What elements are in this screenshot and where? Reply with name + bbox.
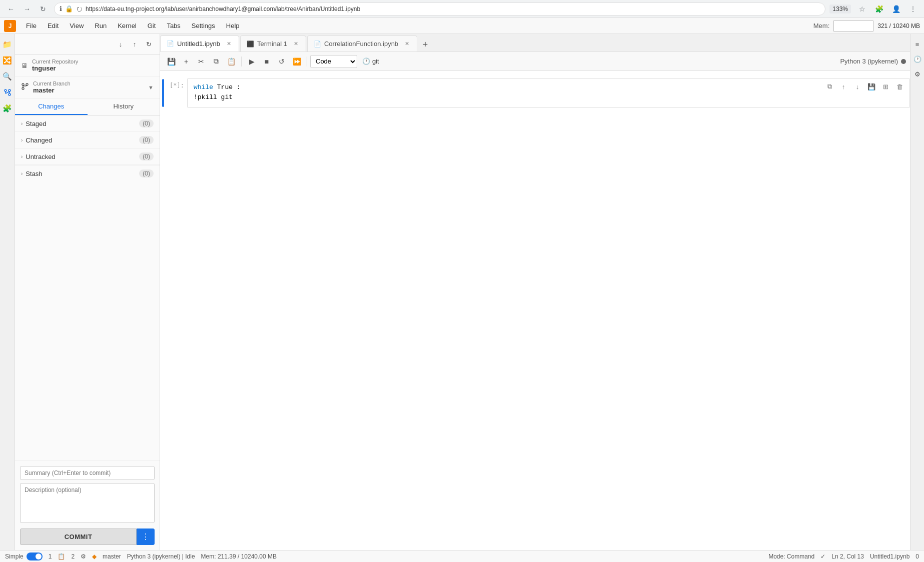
git-tabs: Changes History <box>15 98 160 116</box>
toolbar-cut-btn[interactable]: ✂ <box>194 54 208 68</box>
toolbar-paste-btn[interactable]: 📋 <box>224 54 238 68</box>
repo-label: Current Repository <box>32 58 78 64</box>
sidebar-icon-folder[interactable]: 📁 <box>1 38 14 51</box>
menu-button[interactable]: ⋮ <box>906 2 920 16</box>
git-pull-btn[interactable]: ↓ <box>115 38 127 50</box>
tab-terminal1[interactable]: ⬛ Terminal 1 ✕ <box>240 36 306 52</box>
menu-edit[interactable]: Edit <box>43 20 64 32</box>
toolbar-interrupt-btn[interactable]: ■ <box>260 54 274 68</box>
reload-button[interactable]: ↻ <box>36 2 50 16</box>
commit-summary-input[interactable] <box>20 466 155 480</box>
tab-label-untitled1: Untitled1.ipynb <box>177 40 220 48</box>
tab-untitled1[interactable]: 📄 Untitled1.ipynb ✕ <box>160 36 239 52</box>
kernel-label: Python 3 (ipykernel) <box>840 58 898 65</box>
tab-changes[interactable]: Changes <box>15 98 88 115</box>
cell-copy-btn[interactable]: ⧉ <box>823 80 835 92</box>
cell-move-down-btn[interactable]: ↓ <box>851 80 863 92</box>
staged-section: › Staged (0) <box>15 116 160 132</box>
toolbar-restart-run-btn[interactable]: ⏩ <box>290 54 304 68</box>
cell-indicator <box>162 79 164 107</box>
git-sections: › Staged (0) › Changed (0) › Untrack <box>15 116 160 460</box>
toolbar-copy-btn[interactable]: ⧉ <box>209 54 223 68</box>
repo-name: tnguser <box>32 64 78 72</box>
cell-split-btn[interactable]: ⊞ <box>879 80 891 92</box>
svg-point-1 <box>9 94 11 96</box>
toolbar-run-btn[interactable]: ▶ <box>245 54 259 68</box>
toggle-track[interactable] <box>27 552 43 560</box>
address-bar[interactable]: ℹ 🔒 ⭮ https://data-eu.tng-project.org/la… <box>54 2 825 16</box>
status-icon2: ⚙ <box>81 553 86 560</box>
menu-settings[interactable]: Settings <box>187 20 220 32</box>
commit-button[interactable]: COMMIT <box>20 528 137 545</box>
menu-help[interactable]: Help <box>221 20 245 32</box>
changed-count: (0) <box>139 136 154 144</box>
changed-section-header[interactable]: › Changed (0) <box>15 132 160 148</box>
browser-bar: ← → ↻ ℹ 🔒 ⭮ https://data-eu.tng-project.… <box>0 0 924 18</box>
cell-delete-btn[interactable]: 🗑 <box>893 80 905 92</box>
changed-label: Changed <box>26 136 52 144</box>
left-sidebar-icons: 📁 🔀 🔍 🧩 <box>0 34 15 550</box>
cell-content[interactable]: ⧉ ↑ ↓ 💾 ⊞ 🗑 while True : !pkill git <box>187 78 910 108</box>
back-button[interactable]: ← <box>4 2 18 16</box>
tab-close-correlation[interactable]: ✕ <box>403 40 411 48</box>
tab-add-button[interactable]: + <box>418 38 432 52</box>
toolbar-save-btn[interactable]: 💾 <box>164 54 178 68</box>
menu-run[interactable]: Run <box>90 20 112 32</box>
tab-history[interactable]: History <box>88 98 160 115</box>
tab-bar: 📄 Untitled1.ipynb ✕ ⬛ Terminal 1 ✕ 📄 Cor… <box>160 34 910 52</box>
branch-dropdown-icon[interactable]: ▼ <box>148 84 154 90</box>
browser-nav-buttons: ← → ↻ <box>4 2 50 16</box>
git-refresh-btn[interactable]: ↻ <box>143 38 155 50</box>
commit-description-input[interactable] <box>20 483 155 523</box>
branch-label: Current Branch <box>33 80 144 86</box>
menu-view[interactable]: View <box>65 20 89 32</box>
mem-input[interactable] <box>833 20 873 32</box>
commit-button-row: COMMIT ⋮ <box>20 528 155 545</box>
forward-button[interactable]: → <box>20 2 34 16</box>
right-icon-toc[interactable]: ≡ <box>911 38 923 50</box>
sidebar-icon-extensions[interactable]: 🧩 <box>1 102 14 115</box>
mem-display: Mem: 321 / 10240 MB <box>813 20 920 32</box>
menu-git[interactable]: Git <box>143 20 161 32</box>
untracked-section-header[interactable]: › Untracked (0) <box>15 148 160 164</box>
menu-file[interactable]: File <box>21 20 42 32</box>
toolbar-add-btn[interactable]: + <box>179 54 193 68</box>
toolbar-right: Python 3 (ipykernel) <box>840 58 906 65</box>
cell-save-btn[interactable]: 💾 <box>865 80 877 92</box>
toolbar-sep1 <box>241 56 242 66</box>
menu-tabs[interactable]: Tabs <box>162 20 185 32</box>
bookmark-button[interactable]: ☆ <box>855 2 869 16</box>
right-icon-settings[interactable]: ⚙ <box>911 68 923 80</box>
toolbar-sep2 <box>307 56 307 66</box>
tab-correlation[interactable]: 📄 CorrelationFunction.ipynb ✕ <box>307 36 417 52</box>
stash-section-header[interactable]: › Stash (0) <box>15 166 160 182</box>
status-cursor: Ln 2, Col 13 <box>831 553 864 560</box>
menu-bar: J File Edit View Run Kernel Git Tabs Set… <box>0 18 924 34</box>
staged-section-header[interactable]: › Staged (0) <box>15 116 160 132</box>
commit-menu-button[interactable]: ⋮ <box>137 528 155 545</box>
svg-point-8 <box>26 84 28 86</box>
account-button[interactable]: 👤 <box>889 2 903 16</box>
changed-chevron: › <box>21 138 23 143</box>
extensions-button[interactable]: 🧩 <box>872 2 886 16</box>
status-filename: Untitled1.ipynb <box>870 553 909 560</box>
mem-label: Mem: <box>813 22 830 30</box>
branch-info: Current Branch master <box>33 80 144 94</box>
sidebar-icon-git[interactable]: 🔀 <box>1 54 14 67</box>
git-panel: ↓ ↑ ↻ 🖥 Current Repository tnguser <box>15 34 160 550</box>
git-push-btn[interactable]: ↑ <box>129 38 141 50</box>
menu-kernel[interactable]: Kernel <box>113 20 142 32</box>
git-repo-section: 🖥 Current Repository tnguser <box>15 54 160 76</box>
status-number1: 1 <box>49 553 52 560</box>
git-branch-section[interactable]: Current Branch master ▼ <box>15 76 160 98</box>
git-commit-area: COMMIT ⋮ <box>15 460 160 550</box>
sidebar-icon-git-active[interactable] <box>1 86 14 99</box>
tab-close-terminal1[interactable]: ✕ <box>292 40 300 48</box>
branch-name: master <box>33 86 144 94</box>
tab-close-untitled1[interactable]: ✕ <box>225 40 233 48</box>
toolbar-restart-btn[interactable]: ↺ <box>275 54 289 68</box>
right-icon-clock[interactable]: 🕐 <box>911 53 923 65</box>
sidebar-icon-search[interactable]: 🔍 <box>1 70 14 83</box>
cell-move-up-btn[interactable]: ↑ <box>837 80 849 92</box>
cell-type-select[interactable]: Code Markdown Raw <box>310 55 357 68</box>
